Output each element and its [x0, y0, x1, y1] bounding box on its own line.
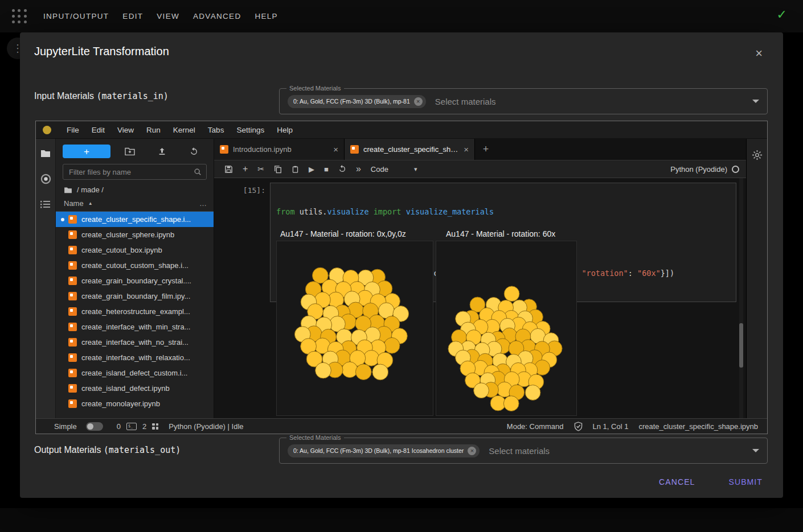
file-item[interactable]: create_interface_with_relaxatio...	[56, 350, 214, 365]
material-chip-label: 0: Au, Gold, FCC (Fm-3m) 3D (Bulk), mp-8…	[293, 98, 410, 105]
file-item[interactable]: create_cluster_specific_shape.i...	[56, 212, 214, 227]
refresh-icon[interactable]	[182, 147, 207, 156]
notebook-icon	[68, 230, 77, 239]
jupyter-menu-file[interactable]: File	[60, 126, 85, 134]
save-icon[interactable]	[224, 165, 233, 174]
menu-edit[interactable]: EDIT	[122, 12, 143, 20]
jupyter-menu-view[interactable]: View	[111, 126, 140, 134]
notebook-icon	[68, 353, 77, 362]
kernel-status-text[interactable]: Python (Pyodide) | Idle	[169, 422, 243, 431]
output-title-left: Au147 - Material - rotation: 0x,0y,0z	[280, 229, 406, 238]
jupyter-logo-icon	[43, 126, 51, 134]
tab-close-icon[interactable]: ×	[333, 145, 338, 154]
gold-cluster-render	[277, 241, 433, 415]
file-item[interactable]: create_grain_boundary_film.ipy...	[56, 288, 214, 304]
file-name: create_interface_with_relaxatio...	[81, 353, 190, 362]
file-item[interactable]: create_island_defect.ipynb	[56, 381, 214, 396]
cell-type-dropdown[interactable]: Code	[371, 165, 388, 174]
running-kernels-icon[interactable]	[40, 174, 51, 184]
file-browser-toolbar: +	[56, 139, 214, 163]
material-visualization-right[interactable]	[436, 241, 577, 416]
scrollbar-track[interactable]	[739, 178, 743, 418]
jupyter-menu-tabs[interactable]: Tabs	[202, 126, 231, 134]
table-of-contents-icon[interactable]	[40, 200, 51, 208]
select-materials-placeholder: Select materials	[489, 446, 550, 456]
file-filter-input[interactable]	[68, 167, 190, 177]
dropdown-caret-icon[interactable]	[752, 100, 759, 103]
material-visualization-left[interactable]	[276, 241, 433, 416]
settings-gear-icon[interactable]	[752, 150, 763, 160]
submit-button[interactable]: SUBMIT	[726, 475, 767, 489]
file-item[interactable]: create_cutout_box.ipynb	[56, 242, 214, 258]
notebook-icon	[68, 399, 77, 408]
chip-delete-icon[interactable]: ×	[414, 97, 423, 106]
cursor-position[interactable]: Ln 1, Col 1	[593, 422, 629, 431]
new-folder-icon[interactable]	[117, 147, 142, 155]
active-file-name: create_cluster_specific_shape.ipynb	[638, 422, 758, 431]
jupyter-menu-kernel[interactable]: Kernel	[167, 126, 202, 134]
execution-count: [15]:	[214, 183, 270, 302]
file-item[interactable]: create_heterostructure_exampl...	[56, 304, 214, 319]
input-materials-select[interactable]: Selected Materials 0: Au, Gold, FCC (Fm-…	[279, 88, 768, 114]
terminal-icon[interactable]: $_	[126, 423, 137, 430]
copy-cells-icon[interactable]	[274, 165, 282, 174]
file-item[interactable]: create_interface_with_no_strai...	[56, 335, 214, 350]
trusted-shield-icon[interactable]	[574, 422, 583, 431]
file-item[interactable]: create_interface_with_min_stra...	[56, 319, 214, 335]
restart-kernel-icon[interactable]	[338, 165, 346, 173]
output-materials-select[interactable]: Selected Materials 0: Au, Gold, FCC (Fm-…	[279, 438, 768, 464]
menu-help[interactable]: HELP	[255, 12, 277, 20]
jupyter-menu-settings[interactable]: Settings	[230, 126, 271, 134]
tab-create-cluster-specific-shape[interactable]: create_cluster_specific_sha… ×	[345, 139, 475, 160]
check-icon[interactable]: ✓	[777, 7, 787, 22]
restart-run-all-icon[interactable]: »	[356, 164, 361, 174]
file-item[interactable]: create_island_defect_custom.i...	[56, 365, 214, 381]
kernel-sessions-icon[interactable]	[152, 423, 158, 430]
more-icon[interactable]: …	[199, 199, 207, 208]
file-name: create_cluster_specific_shape.i...	[81, 215, 191, 224]
file-item[interactable]: create_grain_boundary_crystal....	[56, 273, 214, 288]
jupyter-menu-run[interactable]: Run	[140, 126, 167, 134]
notebook-toolbar: + ✂ ▶ ■ » Code ▾	[214, 160, 746, 178]
stop-kernel-icon[interactable]: ■	[324, 166, 329, 173]
material-chip[interactable]: 0: Au, Gold, FCC (Fm-3m) 3D (Bulk), mp-8…	[288, 444, 480, 457]
file-name: create_grain_boundary_film.ipy...	[81, 292, 190, 300]
file-item[interactable]: create_cluster_sphere.ipynb	[56, 227, 214, 242]
kernel-name[interactable]: Python (Pyodide)	[670, 165, 727, 174]
file-item[interactable]: create_monolayer.ipynb	[56, 396, 214, 411]
simple-mode-toggle[interactable]	[86, 422, 103, 431]
tab-introduction[interactable]: Introduction.ipynb ×	[214, 139, 345, 160]
material-chip[interactable]: 0: Au, Gold, FCC (Fm-3m) 3D (Bulk), mp-8…	[288, 95, 426, 108]
dropdown-caret-icon[interactable]	[752, 449, 759, 452]
menu-advanced[interactable]: ADVANCED	[193, 12, 241, 20]
upload-icon[interactable]	[149, 147, 174, 156]
menu-input-output[interactable]: INPUT/OUTPUT	[43, 12, 109, 20]
file-filter-box	[63, 164, 207, 180]
app-logo-icon[interactable]	[11, 9, 27, 24]
file-list-header[interactable]: Name ▲ …	[56, 196, 214, 212]
chip-delete-icon[interactable]: ×	[468, 447, 476, 455]
cancel-button[interactable]: CANCEL	[655, 475, 698, 489]
run-cell-icon[interactable]: ▶	[309, 166, 314, 173]
file-item[interactable]: create_cutout_custom_shape.i...	[56, 258, 214, 273]
paste-cells-icon[interactable]	[292, 165, 299, 174]
code-line: from utils.visualize import visualize_ma…	[276, 207, 730, 217]
tab-close-icon[interactable]: ×	[464, 145, 469, 154]
gold-cluster-render	[436, 241, 576, 415]
jupyter-menu-edit[interactable]: Edit	[85, 126, 111, 134]
search-icon	[194, 168, 202, 176]
breadcrumb[interactable]: / made /	[56, 180, 214, 196]
close-icon[interactable]: ×	[755, 47, 763, 60]
input-materials-label: Input Materials (materials_in)	[34, 91, 169, 101]
cut-cells-icon[interactable]: ✂	[257, 165, 264, 173]
new-launcher-button[interactable]: +	[63, 145, 110, 158]
menu-view[interactable]: VIEW	[157, 12, 179, 20]
input-materials-text: Input Materials	[34, 91, 96, 101]
insert-cell-icon[interactable]: +	[243, 164, 248, 174]
new-tab-icon[interactable]: +	[475, 139, 497, 160]
chevron-down-icon[interactable]: ▾	[414, 166, 417, 173]
notebook-icon	[68, 338, 77, 347]
jupyter-menu-help[interactable]: Help	[271, 126, 299, 134]
file-browser-icon[interactable]	[40, 149, 51, 158]
scrollbar-thumb[interactable]	[739, 323, 743, 368]
